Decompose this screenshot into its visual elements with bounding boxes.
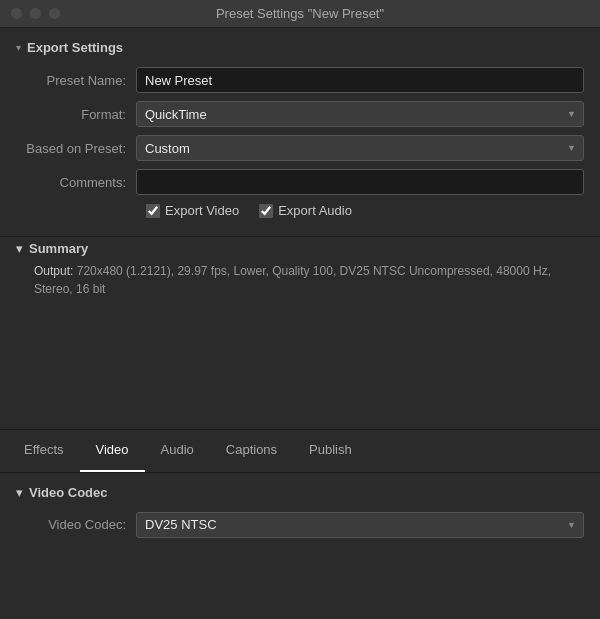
spacer — [0, 306, 600, 429]
tab-captions[interactable]: Captions — [210, 430, 293, 472]
export-video-checkbox-item[interactable]: Export Video — [146, 203, 239, 218]
video-codec-header: ▾ Video Codec — [16, 485, 584, 500]
main-content: ▾ Export Settings Preset Name: Format: Q… — [0, 28, 600, 619]
video-codec-row: Video Codec: DV25 NTSC H.264 ProRes 422 … — [16, 512, 584, 538]
summary-title: Summary — [29, 241, 88, 256]
minimize-button[interactable] — [29, 7, 42, 20]
video-codec-label: Video Codec: — [16, 517, 136, 532]
export-audio-checkbox[interactable] — [259, 204, 273, 218]
preset-name-input[interactable] — [136, 67, 584, 93]
video-codec-control: DV25 NTSC H.264 ProRes 422 HEVC — [136, 512, 584, 538]
format-select[interactable]: QuickTime H.264 MPEG-4 AVI — [136, 101, 584, 127]
video-codec-select-wrapper: DV25 NTSC H.264 ProRes 422 HEVC — [136, 512, 584, 538]
based-on-control: Custom Default HD 1080p 4K — [136, 135, 584, 161]
preset-name-label: Preset Name: — [16, 73, 136, 88]
export-settings-header: ▾ Export Settings — [16, 40, 584, 55]
close-button[interactable] — [10, 7, 23, 20]
summary-content: Output: 720x480 (1.2121), 29.97 fps, Low… — [34, 262, 584, 298]
comments-row: Comments: — [16, 169, 584, 195]
based-on-label: Based on Preset: — [16, 141, 136, 156]
video-codec-chevron[interactable]: ▾ — [16, 485, 23, 500]
summary-output-label: Output: — [34, 264, 73, 278]
summary-output-value: 720x480 (1.2121), 29.97 fps, Lower, Qual… — [34, 264, 551, 296]
video-codec-title: Video Codec — [29, 485, 108, 500]
tab-effects[interactable]: Effects — [8, 430, 80, 472]
export-audio-label: Export Audio — [278, 203, 352, 218]
comments-input[interactable] — [136, 169, 584, 195]
format-label: Format: — [16, 107, 136, 122]
window-title: Preset Settings "New Preset" — [216, 6, 384, 21]
based-on-preset-row: Based on Preset: Custom Default HD 1080p… — [16, 135, 584, 161]
summary-header: ▾ Summary — [16, 241, 584, 256]
video-codec-select[interactable]: DV25 NTSC H.264 ProRes 422 HEVC — [136, 512, 584, 538]
comments-label: Comments: — [16, 175, 136, 190]
export-audio-checkbox-item[interactable]: Export Audio — [259, 203, 352, 218]
export-video-label: Export Video — [165, 203, 239, 218]
title-bar: Preset Settings "New Preset" — [0, 0, 600, 28]
preset-name-row: Preset Name: — [16, 67, 584, 93]
export-checkboxes: Export Video Export Audio — [146, 203, 584, 218]
export-settings-chevron[interactable]: ▾ — [16, 42, 21, 53]
maximize-button[interactable] — [48, 7, 61, 20]
export-video-checkbox[interactable] — [146, 204, 160, 218]
format-select-wrapper: QuickTime H.264 MPEG-4 AVI — [136, 101, 584, 127]
tab-audio[interactable]: Audio — [145, 430, 210, 472]
summary-chevron[interactable]: ▾ — [16, 241, 23, 256]
based-on-select[interactable]: Custom Default HD 1080p 4K — [136, 135, 584, 161]
export-settings-section: ▾ Export Settings Preset Name: Format: Q… — [0, 28, 600, 237]
preset-name-control — [136, 67, 584, 93]
export-settings-title: Export Settings — [27, 40, 123, 55]
based-on-select-wrapper: Custom Default HD 1080p 4K — [136, 135, 584, 161]
summary-section: ▾ Summary Output: 720x480 (1.2121), 29.9… — [16, 241, 584, 298]
tabs-bar: Effects Video Audio Captions Publish — [0, 429, 600, 473]
traffic-lights — [10, 7, 61, 20]
tab-video[interactable]: Video — [80, 430, 145, 472]
format-row: Format: QuickTime H.264 MPEG-4 AVI — [16, 101, 584, 127]
comments-control — [136, 169, 584, 195]
tab-publish[interactable]: Publish — [293, 430, 368, 472]
video-codec-section: ▾ Video Codec Video Codec: DV25 NTSC H.2… — [0, 473, 600, 620]
format-control: QuickTime H.264 MPEG-4 AVI — [136, 101, 584, 127]
